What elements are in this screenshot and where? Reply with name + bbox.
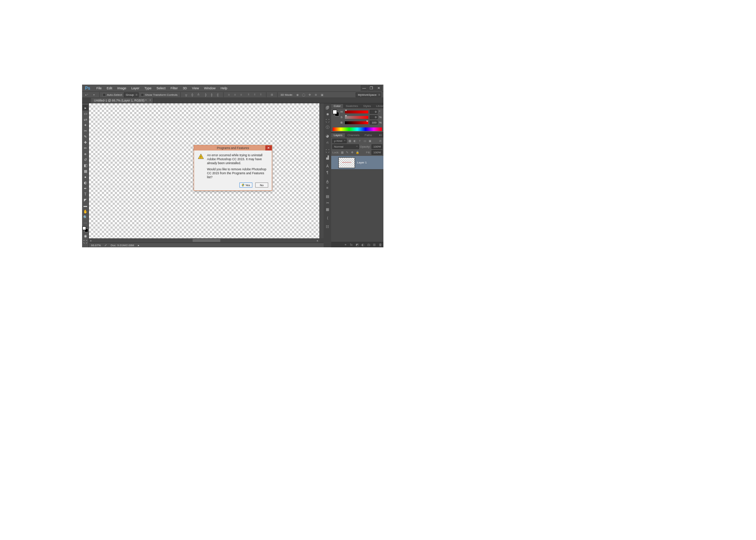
layer-filter-dropdown[interactable]: ρ Kind (332, 139, 347, 143)
no-button[interactable]: No (255, 183, 268, 188)
dist-right-icon[interactable]: ⦀ (258, 92, 263, 97)
menu-type[interactable]: Type (142, 86, 154, 91)
eyedropper-tool[interactable]: ✎ (82, 134, 88, 139)
sat-input[interactable] (370, 115, 378, 119)
zoom-expand-icon[interactable]: ⤢ (104, 244, 107, 247)
tool-presets-icon[interactable]: ✂ (324, 200, 330, 206)
layer-name[interactable]: Layer 1 (357, 161, 367, 164)
shape-tool[interactable]: ▬ (82, 203, 88, 208)
layers-panel-menu-icon[interactable]: ▾≡ (377, 133, 383, 137)
dialog-close-button[interactable]: ✕ (265, 145, 272, 150)
menu-edit[interactable]: Edit (104, 86, 115, 91)
stamp-tool[interactable]: ⎈ (82, 151, 88, 157)
dist-left-icon[interactable]: ⦀ (246, 92, 251, 97)
history-icon[interactable]: 🗐 (324, 105, 330, 111)
tool-preset-dropdown[interactable]: ▾ (91, 92, 96, 97)
edit-toolbar[interactable]: ⋯ (82, 220, 88, 226)
healing-tool[interactable]: ✚ (82, 139, 88, 145)
mask-icon[interactable]: ◩ (355, 243, 359, 247)
info-icon[interactable]: ⓘ (324, 124, 330, 130)
menu-select[interactable]: Select (154, 86, 168, 91)
new-layer-icon[interactable]: ⊞ (373, 243, 376, 247)
path-tool[interactable]: ◤ (82, 197, 88, 203)
align-vcenter-icon[interactable]: ╬ (190, 92, 195, 97)
layer-comps-icon[interactable]: ▦ (324, 206, 330, 212)
pen-tool[interactable]: ✒ (82, 185, 88, 191)
type-tool[interactable]: T (82, 191, 88, 197)
tab-paths[interactable]: Paths (362, 133, 374, 137)
auto-select-checkbox[interactable] (103, 93, 106, 96)
history-brush-tool[interactable]: ↺ (82, 157, 88, 162)
menu-file[interactable]: File (94, 86, 104, 91)
actions-icon[interactable]: ✹ (324, 111, 330, 117)
char-styles-icon[interactable]: A̲ (324, 178, 330, 184)
group-icon[interactable]: 🗀 (367, 243, 370, 247)
tab-libraries[interactable]: Libraries (374, 104, 383, 108)
layer-item[interactable]: Layer 1 (331, 156, 383, 170)
move-tool-icon[interactable]: ▸⁺ (84, 92, 89, 97)
3d-orbit-icon[interactable]: ◉ (295, 92, 300, 97)
dodge-tool[interactable]: ◐ (82, 180, 88, 185)
status-menu-icon[interactable]: ▸ (138, 244, 139, 247)
3d-roll-icon[interactable]: ◯ (301, 92, 306, 97)
lock-position-icon[interactable]: ✥ (350, 150, 354, 154)
menu-view[interactable]: View (189, 86, 201, 91)
magic-wand-tool[interactable]: ✦ (82, 122, 88, 128)
maximize-button[interactable]: ❐ (368, 85, 375, 91)
3d-scale-icon[interactable]: ▣ (320, 92, 325, 97)
adjustment-icon[interactable]: ◐ (361, 243, 365, 247)
lasso-tool[interactable]: ᔕ (82, 116, 88, 122)
lock-all-icon[interactable]: 🔒 (355, 150, 359, 154)
fill-input[interactable]: 100% (372, 150, 382, 155)
character-icon[interactable]: A (324, 163, 330, 169)
tab-styles[interactable]: Styles (361, 104, 374, 108)
scroll-right-icon[interactable]: ◂ (315, 239, 319, 242)
dist-bottom-icon[interactable]: ≡ (239, 92, 244, 97)
crop-tool[interactable]: ✂ (82, 128, 88, 134)
clone-panel-icon[interactable]: ⎌ (324, 139, 330, 145)
menu-window[interactable]: Window (202, 86, 218, 91)
document-tab[interactable]: Untitled-1 @ 66.7% (Layer 1, RGB/8) * × (91, 98, 153, 103)
dist-top-icon[interactable]: ≡ (226, 92, 231, 97)
close-button[interactable]: ✕ (375, 85, 382, 91)
measure-icon[interactable]: ⟨ (324, 215, 330, 221)
move-tool[interactable]: ▸ (82, 105, 88, 111)
tab-channels[interactable]: Channels (345, 133, 362, 137)
blend-mode-dropdown[interactable]: Normal (332, 144, 359, 149)
minimize-button[interactable]: — (361, 85, 368, 91)
filter-shape-icon[interactable]: ▭ (363, 139, 367, 143)
marquee-tool[interactable]: ▭ (82, 111, 88, 116)
hue-slider[interactable] (345, 111, 368, 113)
show-transform-checkbox[interactable] (141, 93, 144, 96)
filter-type-icon[interactable]: T (358, 139, 362, 143)
paragraph-icon[interactable]: ¶ (324, 170, 330, 176)
para-styles-icon[interactable]: ≡ (324, 185, 330, 191)
spectrum-ramp[interactable] (333, 127, 382, 131)
screen-mode-tool[interactable]: ⛶ (82, 239, 88, 244)
scroll-thumb[interactable] (193, 239, 220, 242)
notes-icon[interactable]: ▤ (324, 193, 330, 199)
auto-align-icon[interactable]: ⊞ (269, 92, 274, 97)
filter-pixel-icon[interactable]: ▩ (348, 139, 352, 143)
properties-icon[interactable]: ⛶ (324, 118, 330, 124)
vertical-scrollbar[interactable] (319, 103, 324, 238)
filter-smart-icon[interactable]: ▣ (368, 139, 372, 143)
brush-tool[interactable]: ✏ (82, 145, 88, 151)
menu-layer[interactable]: Layer (129, 86, 142, 91)
scroll-left-icon[interactable]: ▸ (89, 239, 93, 242)
dist-hcenter-icon[interactable]: ⦀ (252, 92, 257, 97)
quick-mask-tool[interactable]: ◉ (82, 233, 88, 239)
menu-help[interactable]: Help (218, 86, 230, 91)
filter-adjust-icon[interactable]: ◐ (353, 139, 357, 143)
gradient-tool[interactable]: ▦ (82, 168, 88, 174)
menu-image[interactable]: Image (115, 86, 129, 91)
yes-button[interactable]: Yes (239, 183, 252, 188)
timeline-icon[interactable]: ☷ (324, 224, 330, 230)
tab-color[interactable]: Color (331, 104, 343, 108)
delete-icon[interactable]: 🗑 (378, 243, 382, 247)
tab-swatches[interactable]: Swatches (343, 104, 361, 108)
align-right-icon[interactable]: ╣ (215, 92, 220, 97)
horizontal-scrollbar[interactable]: ▸ ◂ (89, 238, 319, 243)
dialog-titlebar[interactable]: Programs and Features ✕ (194, 145, 272, 150)
brush-panel-icon[interactable]: ◕ (324, 133, 330, 139)
